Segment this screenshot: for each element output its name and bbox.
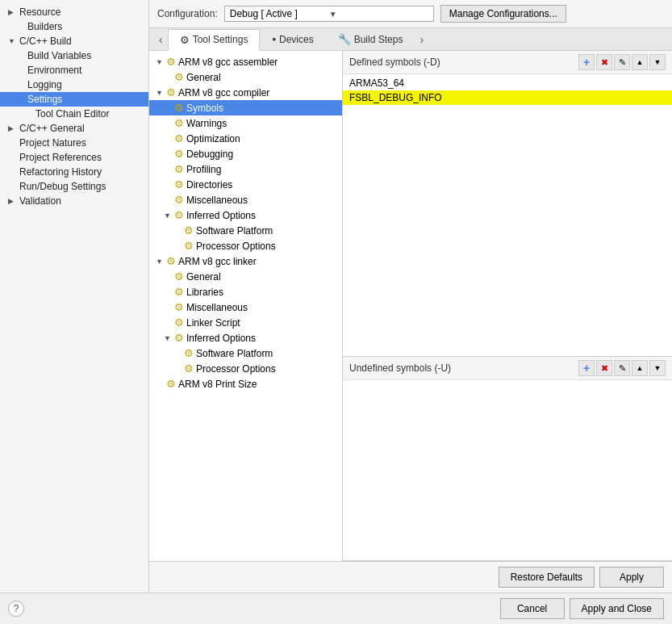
sidebar-item-environment[interactable]: Environment [0,63,148,77]
gear-icon: ⚙ [184,362,194,375]
undefined-symbols-up-button[interactable]: ▲ [632,360,648,376]
tree-item-label-linker-software-platform: Software Platform [196,348,273,359]
sidebar-item-logging[interactable]: Logging [0,77,148,92]
sidebar-item-project-natures[interactable]: Project Natures [0,136,148,150]
defined-symbols-up-button[interactable]: ▲ [632,54,648,70]
tree-item-linker-general[interactable]: ⚙General [149,269,342,284]
edit-icon: ✎ [619,363,626,374]
collapse-arrow-icon: ▼ [164,211,172,220]
defined-symbols-edit-button[interactable]: ✎ [614,54,630,70]
tree-item-linker-processor-options[interactable]: ⚙Processor Options [149,361,342,376]
sidebar-item-project-references[interactable]: Project References [0,150,148,165]
tab-build-steps[interactable]: 🔧Build Steps [326,28,415,50]
tab-tool-settings[interactable]: ⚙Tool Settings [168,29,261,51]
collapse-arrow-icon: ▼ [156,258,164,266]
tree-item-linker-miscellaneous[interactable]: ⚙Miscellaneous [149,299,342,315]
sidebar-item-validation[interactable]: ▶Validation [0,194,148,208]
tree-item-arm-linker[interactable]: ▼⚙ARM v8 gcc linker [149,253,342,269]
down-icon: ▼ [654,58,662,66]
sidebar-item-settings[interactable]: Settings [0,92,148,107]
tree-item-label-compiler-miscellaneous: Miscellaneous [186,195,248,206]
tree-item-linker-script[interactable]: ⚙Linker Script [149,315,342,330]
manage-configurations-button[interactable]: Manage Configurations... [440,5,566,23]
tree-item-label-arm-linker: ARM v8 gcc linker [178,256,257,267]
apply-and-close-button[interactable]: Apply and Close [570,598,664,619]
gear-icon: ⚙ [174,332,184,344]
tab-tool-settings-icon: ⚙ [180,34,190,46]
tree-item-arm-compiler[interactable]: ▼⚙ARM v8 gcc compiler [149,85,342,100]
tab-devices-icon: ▪ [272,33,276,45]
config-select-wrapper[interactable]: Debug [ Active ] ▼ [224,6,434,22]
tree-item-linker-inferred[interactable]: ▼⚙Inferred Options [149,330,342,346]
expand-arrow-icon: ▶ [8,197,16,205]
gear-icon: ⚙ [174,286,184,298]
tree-item-arm-print-size[interactable]: ⚙ARM v8 Print Size [149,376,342,392]
restore-defaults-button[interactable]: Restore Defaults [499,567,595,588]
sidebar-item-label-project-natures: Project Natures [19,137,86,149]
tree-item-label-compiler-symbols: Symbols [186,103,223,114]
tree-item-compiler-directories[interactable]: ⚙Directories [149,177,342,192]
tree-item-linker-libraries[interactable]: ⚙Libraries [149,284,342,299]
sidebar-item-label-project-references: Project References [19,152,102,163]
defined-symbols-down-button[interactable]: ▼ [649,54,666,70]
tab-next-button[interactable]: › [415,30,428,49]
tree-item-label-arm-compiler: ARM v8 gcc compiler [178,87,269,98]
config-value: Debug [ Active ] [230,8,329,19]
gear-icon: ⚙ [166,86,176,98]
tab-prev-button[interactable]: ‹ [154,30,168,49]
tree-item-compiler-software-platform[interactable]: ⚙Software Platform [149,223,342,238]
help-icon[interactable]: ? [8,601,24,617]
gear-icon: ⚙ [166,255,176,267]
tree-item-linker-software-platform[interactable]: ⚙Software Platform [149,346,342,361]
sidebar-item-cpp-general[interactable]: ▶C/C++ General [0,121,148,136]
defined-symbol-sym2[interactable]: FSBL_DEBUG_INFO [343,90,672,105]
tree-item-compiler-warnings[interactable]: ⚙Warnings [149,115,342,131]
tree-item-compiler-miscellaneous[interactable]: ⚙Miscellaneous [149,192,342,207]
question-mark-icon: ? [14,603,19,614]
sidebar-item-label-cpp-general: C/C++ General [19,123,85,134]
tree-item-arm-assembler[interactable]: ▼⚙ARM v8 gcc assembler [149,54,342,69]
apply-button[interactable]: Apply [599,567,664,588]
config-label: Configuration: [157,8,218,19]
tree-item-compiler-inferred[interactable]: ▼⚙Inferred Options [149,207,342,223]
chevron-down-icon: ▼ [329,10,428,19]
gear-icon: ⚙ [174,178,184,191]
tree-item-assembler-general[interactable]: ⚙General [149,69,342,85]
tree-item-label-compiler-optimization: Optimization [186,133,240,144]
tree-panel: ▼⚙ARM v8 gcc assembler⚙General▼⚙ARM v8 g… [149,51,343,561]
tree-item-label-linker-general: General [186,271,221,283]
defined-symbols-add-button[interactable]: + [578,54,595,70]
cancel-button[interactable]: Cancel [500,598,565,619]
gear-icon: ⚙ [174,132,184,144]
edit-icon: ✎ [619,57,626,68]
gear-icon: ⚙ [166,378,176,390]
undefined-symbols-delete-button[interactable]: ✖ [596,360,612,376]
tab-build-steps-icon: 🔧 [338,33,351,45]
tree-item-compiler-debugging[interactable]: ⚙Debugging [149,146,342,161]
collapse-arrow-icon: ▼ [156,89,164,97]
tree-item-label-linker-libraries: Libraries [186,287,223,298]
defined-symbol-sym1[interactable]: ARMA53_64 [343,76,672,90]
sidebar-item-refactoring-history[interactable]: Refactoring History [0,165,148,179]
sidebar-item-label-toolchain-editor: Tool Chain Editor [35,108,109,119]
sidebar-item-cppbuild[interactable]: ▼C/C++ Build [0,34,148,48]
tree-item-label-arm-assembler: ARM v8 gcc assembler [178,57,278,68]
undefined-symbols-edit-button[interactable]: ✎ [614,360,630,376]
sidebar-item-label-logging: Logging [27,79,62,90]
tree-item-label-assembler-general: General [186,72,221,83]
sidebar-item-build-variables[interactable]: Build Variables [0,48,148,63]
undefined-symbols-down-button[interactable]: ▼ [649,360,666,376]
tab-devices[interactable]: ▪Devices [260,28,325,50]
content-area: ▼⚙ARM v8 gcc assembler⚙General▼⚙ARM v8 g… [149,51,672,561]
sidebar-item-resource[interactable]: ▶Resource [0,5,148,19]
sidebar-item-run-debug-settings[interactable]: Run/Debug Settings [0,179,148,194]
tree-item-compiler-optimization[interactable]: ⚙Optimization [149,131,342,146]
defined-symbols-delete-button[interactable]: ✖ [596,54,612,70]
defined-symbols-actions: + ✖ ✎ ▲ ▼ [578,54,666,70]
undefined-symbols-add-button[interactable]: + [578,360,595,376]
sidebar-item-toolchain-editor[interactable]: Tool Chain Editor [0,107,148,121]
tree-item-compiler-symbols[interactable]: ⚙Symbols [149,100,342,115]
sidebar-item-builders[interactable]: Builders [0,19,148,34]
tree-item-compiler-processor-options[interactable]: ⚙Processor Options [149,238,342,253]
tree-item-compiler-profiling[interactable]: ⚙Profiling [149,161,342,177]
